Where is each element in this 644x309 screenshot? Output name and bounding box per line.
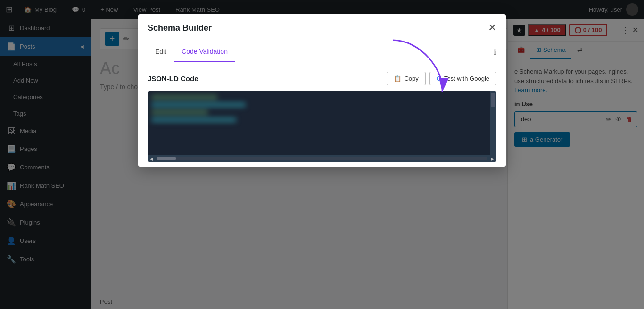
copy-button[interactable]: 📋 Copy (387, 72, 425, 85)
code-line-1 (151, 95, 217, 100)
blurred-code (151, 95, 246, 122)
schema-builder-modal: Schema Builder ✕ Edit Code Validation ℹ … (138, 14, 506, 167)
scroll-left-arrow[interactable]: ◀ (149, 156, 153, 161)
google-icon: G (437, 75, 441, 82)
code-line-4 (151, 117, 236, 122)
code-line-3 (151, 110, 208, 115)
scrollbar-thumb-h[interactable] (157, 157, 176, 160)
test-with-google-button[interactable]: G Test with Google (429, 72, 496, 85)
tab-edit[interactable]: Edit (148, 42, 174, 62)
modal-header: Schema Builder ✕ (138, 14, 506, 42)
modal-close-button[interactable]: ✕ (488, 22, 496, 34)
modal-body: JSON-LD Code 📋 Copy G Test with Google (138, 62, 506, 167)
code-line-2 (151, 102, 246, 107)
modal-overlay[interactable]: Schema Builder ✕ Edit Code Validation ℹ … (0, 0, 644, 309)
code-editor[interactable]: ◀ ▶ (148, 91, 496, 162)
scrollbar-thumb-v[interactable] (491, 93, 495, 107)
vertical-scrollbar[interactable] (490, 91, 496, 155)
json-ld-title: JSON-LD Code (148, 75, 387, 83)
copy-icon: 📋 (394, 75, 401, 82)
modal-title: Schema Builder (148, 23, 488, 33)
horizontal-scrollbar[interactable]: ◀ ▶ (148, 155, 496, 162)
scrollbar-track-h (157, 157, 487, 160)
tab-code-validation[interactable]: Code Validation (174, 42, 235, 62)
json-ld-header: JSON-LD Code 📋 Copy G Test with Google (148, 72, 496, 85)
code-content (151, 95, 246, 122)
info-icon[interactable]: ℹ (494, 48, 496, 57)
modal-tabs: Edit Code Validation ℹ (138, 42, 506, 62)
scroll-right-arrow[interactable]: ▶ (491, 156, 495, 161)
